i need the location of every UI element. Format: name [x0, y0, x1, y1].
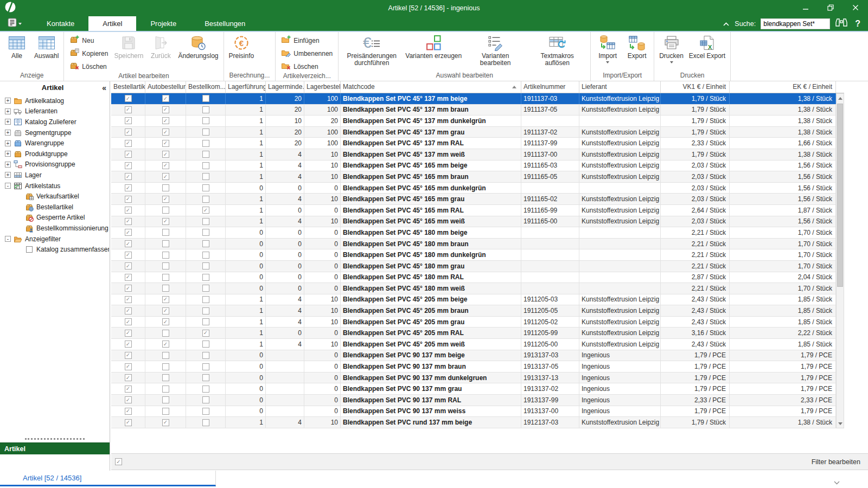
checkbox-unchecked[interactable] — [162, 274, 169, 281]
ribbon-button-export[interactable]: Export — [622, 33, 652, 61]
ribbon-button-einfügen[interactable]: Einfügen — [279, 35, 335, 46]
checkbox-unchecked[interactable] — [162, 184, 169, 191]
table-row[interactable]: 1410Blendkappen Set PVC 45° 165 mm beige… — [111, 160, 844, 172]
table-row[interactable]: 000Blendkappen Set PVC 45° 180 mm RAL2,8… — [111, 272, 844, 284]
checkbox-unchecked[interactable] — [202, 419, 209, 426]
checkbox-unchecked[interactable] — [202, 363, 209, 370]
checkbox-checked[interactable] — [202, 330, 209, 337]
table-row[interactable]: 00Blendkappen Set PVC 90 137 mm grau1913… — [111, 383, 844, 395]
ribbon-button-import[interactable]: Import — [593, 33, 622, 65]
ribbon-button-drucken[interactable]: Drucken — [656, 33, 686, 65]
checkbox-unchecked[interactable] — [202, 374, 209, 381]
column-header-lagerbestell[interactable]: Lagerbestell... — [304, 81, 341, 93]
collapse-icon[interactable] — [5, 236, 11, 242]
checkbox-unchecked[interactable] — [202, 196, 209, 203]
checkbox-checked[interactable] — [162, 318, 169, 325]
table-row[interactable]: 120100Blendkappen Set PVC 45° 137 mm RAL… — [111, 138, 844, 149]
table-row[interactable]: 00Blendkappen Set PVC 90 137 mm beige191… — [111, 350, 844, 362]
sidebar-item-provisionsgruppe[interactable]: Provisionsgruppe — [0, 159, 109, 170]
column-header-bestellkom[interactable]: Bestellkom... — [186, 81, 226, 93]
checkbox-unchecked[interactable] — [202, 274, 209, 281]
checkbox-checked[interactable] — [125, 95, 132, 102]
checkbox-unchecked[interactable] — [202, 396, 209, 403]
checkbox-checked[interactable] — [125, 274, 132, 281]
sidebar-item-artikelstatus[interactable]: Artikelstatus — [0, 181, 109, 191]
checkbox-unchecked[interactable] — [202, 117, 209, 124]
vertical-scrollbar[interactable] — [836, 93, 844, 428]
checkbox-checked[interactable] — [162, 218, 169, 225]
expand-icon[interactable] — [5, 172, 11, 178]
checkbox-checked[interactable] — [125, 117, 132, 124]
checkbox-unchecked[interactable] — [162, 252, 169, 259]
table-row[interactable]: 11020Blendkappen Set PVC 45° 137 mm dunk… — [111, 115, 844, 127]
checkbox-unchecked[interactable] — [202, 95, 209, 102]
checkbox-checked[interactable] — [162, 341, 169, 348]
table-row[interactable]: 1410Blendkappen Set PVC rund 137 mm beig… — [111, 417, 844, 428]
binoculars-icon[interactable] — [835, 17, 848, 30]
checkbox-unchecked[interactable] — [162, 352, 169, 359]
tab-projekte[interactable]: Projekte — [136, 16, 190, 31]
table-row[interactable]: 00Blendkappen Set PVC 90 137 mm weiss191… — [111, 406, 844, 418]
checkbox-checked[interactable] — [125, 218, 132, 225]
sidebar-item-lager[interactable]: Lager — [0, 170, 109, 181]
sidebar-item-katalog-zusammenfassen[interactable]: Katalog zusammenfassen — [0, 244, 109, 255]
checkbox-checked[interactable] — [162, 162, 169, 169]
checkbox-unchecked[interactable] — [162, 285, 169, 292]
sidebar-item-segmentgruppe[interactable]: Segmentgruppe — [0, 127, 109, 138]
checkbox-checked[interactable] — [202, 207, 209, 214]
filter-checkbox[interactable] — [115, 458, 122, 465]
filter-bearbeiten-link[interactable]: Filter bearbeiten — [812, 458, 860, 466]
checkbox-checked[interactable] — [125, 396, 132, 403]
checkbox-checked[interactable] — [162, 117, 169, 124]
expand-icon[interactable] — [5, 140, 11, 146]
pane-button-artikel[interactable]: Artikel — [0, 442, 110, 454]
checkbox-checked[interactable] — [162, 419, 169, 426]
table-row[interactable]: 1410Blendkappen Set PVC 45° 165 mm weiß1… — [111, 216, 844, 228]
checkbox-unchecked[interactable] — [202, 352, 209, 359]
checkbox-unchecked[interactable] — [202, 408, 209, 415]
expand-icon[interactable] — [5, 108, 11, 114]
column-header-vk1-einheit[interactable]: VK1 € / Einheit — [661, 81, 730, 93]
expand-icon[interactable] — [5, 162, 11, 168]
checkbox-checked[interactable] — [125, 386, 132, 393]
expand-icon[interactable] — [5, 151, 11, 157]
table-row[interactable]: 1410Blendkappen Set PVC 45° 205 mm braun… — [111, 305, 844, 317]
sidebar-item-artikelkatalog[interactable]: Artikelkatalog — [0, 95, 109, 106]
table-row[interactable]: 000Blendkappen Set PVC 45° 180 mm dunkel… — [111, 249, 844, 261]
checkbox-checked[interactable] — [162, 140, 169, 147]
table-row[interactable]: 120100Blendkappen Set PVC 45° 137 mm bra… — [111, 105, 844, 116]
checkbox-checked[interactable] — [125, 252, 132, 259]
ribbon-button-kopieren[interactable]: Kopieren — [67, 48, 110, 59]
ribbon-button-excel-export[interactable]: XExcel Export — [686, 33, 728, 61]
scroll-thumb[interactable] — [837, 104, 843, 287]
chevron-up-icon[interactable] — [723, 19, 730, 29]
checkbox-checked[interactable] — [125, 341, 132, 348]
checkbox-unchecked[interactable] — [202, 129, 209, 136]
tab-bestellungen[interactable]: Bestellungen — [190, 16, 259, 31]
ribbon-button-neu[interactable]: Neu — [67, 35, 110, 46]
sidebar-item-gesperrte-artikel[interactable]: Gesperrte Artikel — [0, 213, 109, 223]
close-button[interactable] — [843, 0, 868, 16]
ribbon-button-zurück[interactable]: Zurück — [146, 33, 175, 61]
table-row[interactable]: 1410Blendkappen Set PVC 45° 205 mm weiß1… — [111, 339, 844, 350]
checkbox-unchecked[interactable] — [202, 106, 209, 113]
table-row[interactable]: 00Blendkappen Set PVC 90 137 mm RAL19131… — [111, 395, 844, 406]
ribbon-button-preisinfo[interactable]: €Preisinfo — [226, 33, 257, 61]
checkbox-unchecked[interactable] — [162, 374, 169, 381]
bottom-caret-icon[interactable] — [834, 477, 840, 487]
column-header-lieferant[interactable]: Lieferant — [579, 81, 661, 93]
ribbon-button-umbenennen[interactable]: Umbenennen — [279, 48, 335, 59]
sidebar-item-katalog-zulieferer[interactable]: Katalog Zulieferer — [0, 117, 109, 127]
checkbox-unchecked[interactable] — [202, 229, 209, 236]
checkbox-checked[interactable] — [125, 140, 132, 147]
checkbox-unchecked[interactable] — [162, 363, 169, 370]
checkbox-unchecked[interactable] — [202, 296, 209, 303]
table-row[interactable]: 1410Blendkappen Set PVC 45° 205 mm grau1… — [111, 317, 844, 328]
checkbox-checked[interactable] — [162, 296, 169, 303]
checkbox-checked[interactable] — [162, 106, 169, 113]
column-header-lagerminde[interactable]: Lagerminde... — [266, 81, 304, 93]
ribbon-button-varianten-erzeugen[interactable]: Varianten erzeugen — [403, 33, 464, 61]
ribbon-button-löschen[interactable]: Löschen — [67, 61, 110, 72]
expand-icon[interactable] — [5, 119, 11, 125]
checkbox-checked[interactable] — [162, 173, 169, 180]
